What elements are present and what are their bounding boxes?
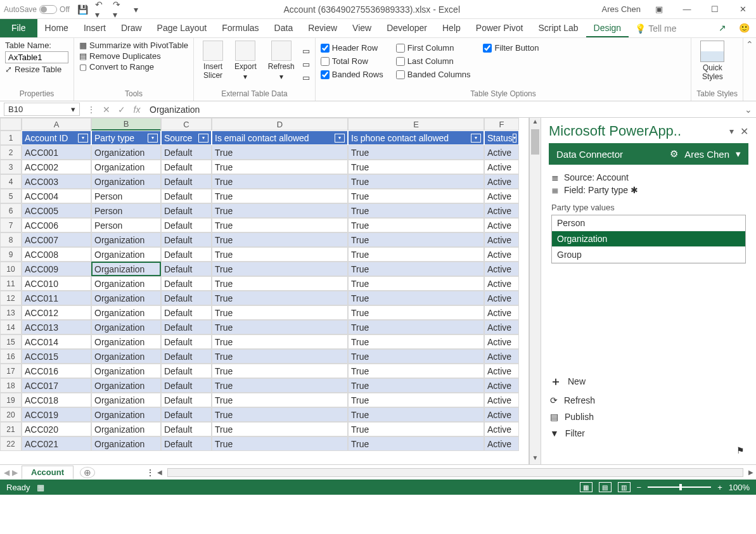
fx-icon[interactable]: fx bbox=[129, 105, 144, 115]
tab-review[interactable]: Review bbox=[300, 19, 345, 37]
scroll-thumb[interactable] bbox=[531, 129, 539, 155]
cell[interactable]: Default bbox=[161, 393, 212, 407]
cell[interactable]: True bbox=[348, 276, 484, 291]
cell[interactable]: Active bbox=[484, 305, 519, 320]
redo-icon[interactable]: ↷ ▾ bbox=[113, 4, 124, 15]
quick-styles-button[interactable]: Quick Styles bbox=[696, 41, 728, 88]
cell[interactable]: Active bbox=[484, 291, 519, 305]
export-button[interactable]: Export▾ bbox=[231, 41, 260, 88]
cell[interactable]: Default bbox=[161, 160, 212, 174]
cell[interactable]: True bbox=[212, 407, 348, 422]
filter-dropdown-icon[interactable]: ▾ bbox=[198, 134, 208, 143]
publish-action[interactable]: ▤Publish bbox=[549, 409, 748, 425]
file-tab[interactable]: File bbox=[0, 19, 37, 37]
cell[interactable]: True bbox=[212, 276, 348, 291]
cell[interactable]: True bbox=[212, 349, 348, 364]
scroll-up-icon[interactable]: ▲ bbox=[530, 118, 541, 128]
cell[interactable]: Organization bbox=[91, 349, 161, 364]
cell[interactable]: Default bbox=[161, 291, 212, 305]
row-header[interactable]: 22 bbox=[0, 436, 22, 451]
normal-view-icon[interactable]: ▦ bbox=[580, 482, 593, 492]
unlink-icon[interactable]: ▭ bbox=[302, 73, 310, 82]
cell[interactable]: True bbox=[212, 334, 348, 349]
cell[interactable]: ACC014 bbox=[22, 334, 91, 349]
convert-range-button[interactable]: ▢ Convert to Range bbox=[79, 62, 188, 72]
cell[interactable]: True bbox=[348, 364, 484, 378]
macro-record-icon[interactable]: ▦ bbox=[37, 483, 44, 492]
cell[interactable]: ACC015 bbox=[22, 349, 91, 364]
cell[interactable]: Default bbox=[161, 364, 212, 378]
banded-columns-checkbox[interactable]: Banded Columns bbox=[396, 70, 471, 79]
zoom-out-icon[interactable]: − bbox=[637, 483, 642, 492]
cell[interactable]: True bbox=[348, 378, 484, 393]
spreadsheet-grid[interactable]: ABCDEF 1Account ID▾Party type▾Source▾Is … bbox=[0, 118, 529, 464]
col-header-B[interactable]: B bbox=[91, 118, 161, 130]
hscroll-grip-icon[interactable]: ⋮ bbox=[146, 467, 155, 478]
page-break-icon[interactable]: ▥ bbox=[618, 482, 631, 492]
row-header[interactable]: 10 bbox=[0, 262, 22, 276]
last-column-checkbox[interactable]: Last Column bbox=[396, 56, 471, 66]
row-header[interactable]: 20 bbox=[0, 407, 22, 422]
cell[interactable]: ACC020 bbox=[22, 422, 91, 436]
cell[interactable]: Active bbox=[484, 334, 519, 349]
tab-script-lab[interactable]: Script Lab bbox=[531, 19, 586, 37]
filter-action[interactable]: ▼Filter bbox=[549, 425, 748, 442]
filter-dropdown-icon[interactable]: ▾ bbox=[471, 134, 481, 143]
tab-developer[interactable]: Developer bbox=[379, 19, 435, 37]
cell[interactable]: Person bbox=[91, 203, 161, 218]
cell[interactable]: Default bbox=[161, 218, 212, 232]
cell[interactable]: Organization bbox=[91, 407, 161, 422]
cell[interactable]: Active bbox=[484, 189, 519, 203]
cell[interactable]: True bbox=[348, 174, 484, 189]
cell[interactable]: Organization bbox=[91, 262, 161, 276]
cell[interactable]: Organization bbox=[91, 436, 161, 451]
tablename-input[interactable] bbox=[5, 51, 68, 63]
hscroll-track[interactable] bbox=[167, 468, 743, 477]
cell[interactable]: Active bbox=[484, 218, 519, 232]
party-type-value[interactable]: Organization bbox=[552, 231, 745, 247]
cell[interactable]: ACC005 bbox=[22, 203, 91, 218]
collapse-ribbon-icon[interactable]: ⌃ bbox=[743, 38, 756, 49]
cell[interactable]: Organization bbox=[91, 160, 161, 174]
cell[interactable]: Active bbox=[484, 364, 519, 378]
remove-duplicates-button[interactable]: ▤ Remove Duplicates bbox=[79, 51, 188, 61]
table-header[interactable]: Is email contact allowed▾ bbox=[212, 130, 348, 145]
banded-rows-checkbox[interactable]: Banded Rows bbox=[321, 70, 383, 79]
cell[interactable]: Active bbox=[484, 174, 519, 189]
add-sheet-button[interactable]: ⊕ bbox=[80, 467, 95, 478]
filter-dropdown-icon[interactable]: ▾ bbox=[148, 134, 158, 143]
col-header-C[interactable]: C bbox=[161, 118, 212, 130]
cell[interactable]: ACC017 bbox=[22, 378, 91, 393]
row-header[interactable]: 8 bbox=[0, 232, 22, 247]
tab-data[interactable]: Data bbox=[267, 19, 301, 37]
ribbon-display-icon[interactable]: ▣ bbox=[650, 4, 669, 14]
qat-customize-icon[interactable]: ▾ bbox=[131, 4, 142, 15]
pane-menu-icon[interactable]: ▾ bbox=[729, 126, 734, 136]
cell[interactable]: True bbox=[212, 247, 348, 262]
table-header[interactable]: Source▾ bbox=[161, 130, 212, 145]
cell[interactable]: ACC010 bbox=[22, 276, 91, 291]
tab-draw[interactable]: Draw bbox=[113, 19, 150, 37]
cell[interactable]: Default bbox=[161, 334, 212, 349]
expand-formula-icon[interactable]: ⌄ bbox=[741, 105, 756, 115]
total-row-checkbox[interactable]: Total Row bbox=[321, 56, 383, 66]
cell[interactable]: Organization bbox=[91, 320, 161, 334]
summarize-pivot-button[interactable]: ▦ Summarize with PivotTable bbox=[79, 41, 188, 50]
cell[interactable]: Organization bbox=[91, 232, 161, 247]
cell[interactable]: Active bbox=[484, 422, 519, 436]
cell[interactable]: Default bbox=[161, 189, 212, 203]
first-column-checkbox[interactable]: First Column bbox=[396, 43, 471, 53]
row-header[interactable]: 18 bbox=[0, 378, 22, 393]
cell[interactable]: True bbox=[348, 349, 484, 364]
sheet-nav[interactable]: ◀▶ bbox=[0, 468, 22, 477]
zoom-level[interactable]: 100% bbox=[729, 483, 750, 492]
row-header[interactable]: 21 bbox=[0, 422, 22, 436]
tab-help[interactable]: Help bbox=[435, 19, 468, 37]
cell[interactable]: Active bbox=[484, 232, 519, 247]
cell[interactable]: True bbox=[348, 320, 484, 334]
cell[interactable]: ACC018 bbox=[22, 393, 91, 407]
cell[interactable]: True bbox=[348, 218, 484, 232]
cell[interactable]: Default bbox=[161, 247, 212, 262]
cell[interactable]: ACC006 bbox=[22, 218, 91, 232]
cell[interactable]: True bbox=[212, 364, 348, 378]
